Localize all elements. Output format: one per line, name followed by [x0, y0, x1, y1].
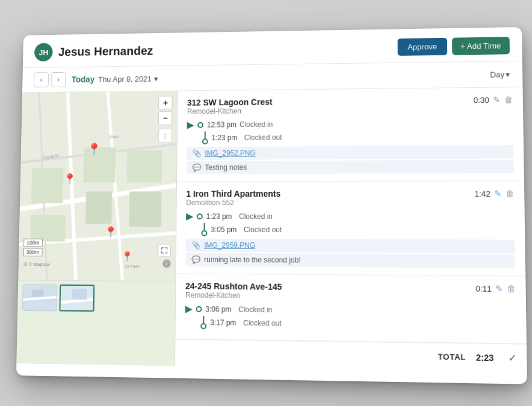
job-3-time-entries: ▶ 3:06 pm Clocked in 3:17 pm Clocked out [185, 303, 516, 333]
job-3-edit-button[interactable]: ✎ [495, 283, 503, 294]
job-2-attachment-link[interactable]: IMG_2959.PNG [204, 241, 255, 249]
job-2-clock-out-label: Clocked out [244, 225, 282, 233]
job-2-clock-out-dot [201, 230, 207, 236]
job-1-delete-button[interactable]: 🗑 [504, 94, 513, 104]
nav-next-button[interactable]: › [51, 72, 66, 87]
job-3-clock-out-label: Clocked out [243, 318, 282, 327]
job-3-play-icon[interactable]: ▶ [185, 303, 193, 314]
map-controls: + − ⋮ [158, 96, 173, 143]
thumbnail-1[interactable] [22, 284, 58, 311]
job-1-note-text: Testing notes [205, 163, 247, 171]
job-1-clock-out-time: 1:23 pm [211, 134, 244, 142]
job-2-header: 1 Iron Third Apartments Demolition-552 1… [186, 188, 514, 207]
job-3-clock-in-dot [196, 306, 202, 312]
job-2-clock-out-time: 3:05 pm [211, 225, 244, 233]
map-background[interactable]: Zinnia Dr Flore El Paso 📍 📍 📍 📍 + − ⋮ [18, 91, 177, 281]
job-2-clock-in-time: 1:23 pm [206, 212, 240, 220]
job-2-title: 1 Iron Third Apartments [186, 189, 280, 198]
user-name: Jesus Hernandez [58, 43, 153, 58]
svg-rect-11 [129, 191, 161, 227]
add-time-button[interactable]: + Add Time [452, 36, 510, 54]
job-3-clock-out-dot [200, 323, 206, 329]
job-3-title: 24-245 Rushton Ave-145 [185, 281, 282, 291]
mapbox-logo: ⊙ © Mapbox [23, 260, 50, 266]
job-2-clock-in-dot [197, 213, 203, 219]
job-2-play-icon[interactable]: ▶ [186, 210, 193, 221]
total-label: TOTAL [438, 352, 466, 361]
main-content: Zinnia Dr Flore El Paso 📍 📍 📍 📍 + − ⋮ [16, 87, 527, 372]
map-menu-button[interactable]: ⋮ [158, 128, 173, 143]
job-1-subtitle: Remodel-Kitchen [187, 106, 273, 115]
job-1-title: 312 SW Lagoon Crest [187, 97, 273, 107]
job-2-time-entries: ▶ 1:23 pm Clocked in 3:05 pm Clocked out [185, 210, 515, 268]
job-3-subtitle: Remodel-Kitchen [185, 291, 282, 300]
job-entry-3: 24-245 Rushton Ave-145 Remodel-Kitchen 0… [175, 274, 527, 343]
attachment-icon-2: 📎 [191, 241, 200, 249]
job-1-play-icon[interactable]: ▶ [187, 119, 194, 131]
nav-today-label: Today [72, 75, 95, 84]
svg-text:📍: 📍 [104, 225, 117, 238]
job-1-note: 💬 Testing notes [187, 159, 514, 174]
thumbnail-2[interactable] [59, 284, 94, 311]
svg-text:📍: 📍 [63, 172, 76, 185]
job-1-clock-out-label: Clocked out [244, 133, 282, 141]
job-1-clock-out-dot [202, 138, 208, 144]
svg-text:Flore: Flore [110, 134, 119, 139]
nav-prev-button[interactable]: ‹ [34, 72, 49, 87]
job-1-duration: 0:30 [474, 95, 489, 104]
job-3-delete-button[interactable]: 🗑 [507, 283, 516, 294]
map-info-button[interactable]: i [162, 259, 171, 268]
job-1-edit-button[interactable]: ✎ [493, 94, 501, 104]
scale-300m: 300m [23, 248, 42, 256]
day-toggle[interactable]: Day ▾ [490, 69, 510, 78]
zoom-in-button[interactable]: + [158, 96, 173, 110]
total-value: 2:23 [476, 352, 498, 362]
job-3-duration: 0:11 [475, 283, 492, 293]
job-1-clock-in-label: Clocked in [240, 120, 273, 128]
approve-button[interactable]: Approve [398, 37, 447, 55]
job-2-subtitle: Demolition-552 [186, 198, 280, 207]
map-thumbnails [17, 280, 175, 316]
svg-rect-9 [85, 191, 112, 224]
job-entry-2: 1 Iron Third Apartments Demolition-552 1… [176, 181, 525, 276]
job-1-time-entries: ▶ 12:53 pm Clocked in 1:23 pm Clocked ou… [187, 116, 514, 174]
job-2-note: 💬 running late to the second job! [185, 253, 515, 268]
right-panel: 312 SW Lagoon Crest Remodel-Kitchen 0:30… [175, 87, 527, 372]
svg-rect-10 [127, 150, 162, 182]
job-2-attachment: 📎 IMG_2959.PNG [186, 238, 515, 253]
svg-text:📍: 📍 [122, 250, 134, 262]
svg-rect-12 [31, 215, 66, 241]
job-2-duration: 1:42 [474, 189, 490, 198]
attachment-icon-1: 📎 [193, 149, 202, 158]
svg-text:📍: 📍 [87, 142, 102, 156]
job-1-attachment: 📎 IMG_2952.PNG [187, 145, 514, 160]
job-3-actions: 0:11 ✎ 🗑 [475, 283, 516, 294]
job-2-delete-button[interactable]: 🗑 [506, 188, 515, 198]
app-window: JH Jesus Hernandez Approve + Add Time ‹ … [16, 26, 527, 384]
total-row: TOTAL 2:23 ✓ [175, 339, 527, 371]
map-area: Zinnia Dr Flore El Paso 📍 📍 📍 📍 + − ⋮ [16, 91, 178, 366]
svg-rect-25 [72, 289, 87, 300]
job-2-note-text: running late to the second job! [204, 255, 301, 264]
check-icon: ✓ [509, 351, 517, 363]
svg-rect-8 [31, 168, 63, 203]
job-1-clock-in-dot [197, 121, 203, 128]
map-fullscreen-button[interactable] [158, 244, 171, 257]
scale-100m: 100m [23, 238, 42, 247]
header-actions: Approve + Add Time [398, 36, 510, 55]
job-1-attachment-link[interactable]: IMG_2952.PNG [205, 149, 255, 157]
job-3-clock-in-label: Clocked in [238, 305, 272, 314]
job-entry-1: 312 SW Lagoon Crest Remodel-Kitchen 0:30… [177, 87, 524, 182]
svg-rect-22 [32, 289, 43, 297]
job-2-clock-in-label: Clocked in [239, 212, 273, 220]
nav-date[interactable]: Thu Apr 8, 2021 ▾ [98, 74, 158, 84]
job-2-edit-button[interactable]: ✎ [494, 188, 502, 198]
zoom-out-button[interactable]: − [158, 111, 173, 125]
job-3-header: 24-245 Rushton Ave-145 Remodel-Kitchen 0… [185, 281, 516, 302]
header: JH Jesus Hernandez Approve + Add Time [23, 26, 522, 67]
note-icon-1: 💬 [193, 163, 202, 171]
job-3-clock-in-time: 3:06 pm [205, 304, 238, 313]
job-1-header: 312 SW Lagoon Crest Remodel-Kitchen 0:30… [187, 94, 513, 115]
job-1-clock-in-time: 12:53 pm [207, 120, 240, 128]
note-icon-2: 💬 [191, 255, 200, 263]
